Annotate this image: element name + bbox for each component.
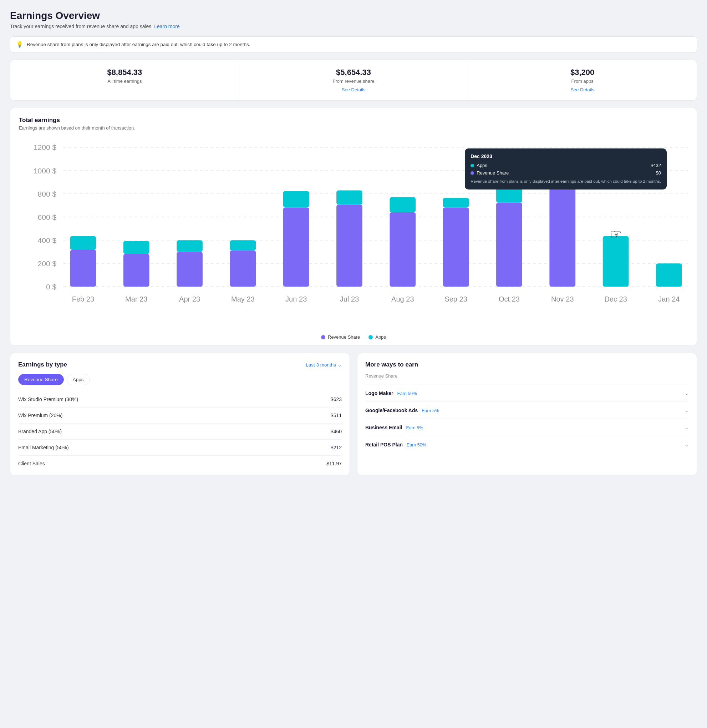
earnings-row: Client Sales $11.97 <box>18 456 342 471</box>
bar-mar-revenue <box>123 254 150 287</box>
svg-text:Feb 23: Feb 23 <box>72 295 95 303</box>
svg-text:200 $: 200 $ <box>38 259 57 268</box>
summary-card: $8,854.33 All time earnings $5,654.33 Fr… <box>10 59 697 101</box>
chevron-down-icon: ⌄ <box>684 390 689 396</box>
revenue-share-section-label: Revenue Share <box>365 373 689 383</box>
row-label: Email Marketing (50%) <box>18 445 69 451</box>
row-value: $460 <box>331 429 342 434</box>
bar-may-revenue <box>230 250 256 287</box>
bar-feb-revenue <box>70 250 96 287</box>
svg-text:Apr 23: Apr 23 <box>179 295 200 303</box>
tooltip-apps-value: $432 <box>651 163 661 168</box>
bar-apr-revenue <box>177 252 203 287</box>
earnings-row: Wix Premium (20%) $511 <box>18 407 342 423</box>
alert-icon: 💡 <box>16 41 23 48</box>
bar-may-apps <box>230 240 256 250</box>
tab-row: Revenue Share Apps <box>18 374 342 385</box>
logo-maker-label: Logo Maker Earn 50% <box>365 390 417 396</box>
bar-aug-revenue <box>390 212 416 287</box>
chart-tooltip: Dec 2023 Apps $432 Revenue Share $0 Reve… <box>465 149 667 189</box>
svg-text:Jan 24: Jan 24 <box>658 295 680 303</box>
svg-text:May 23: May 23 <box>231 295 255 303</box>
bar-aug-apps <box>390 197 416 212</box>
apps-details-link[interactable]: See Details <box>570 87 594 92</box>
alert-banner: 💡 Revenue share from plans is only displ… <box>10 36 697 52</box>
bar-oct-revenue <box>496 203 522 287</box>
row-value: $623 <box>331 396 342 402</box>
bar-sep-revenue <box>443 207 469 287</box>
more-ways-logo-maker[interactable]: Logo Maker Earn 50% ⌄ <box>365 385 689 402</box>
page-subtitle: Track your earnings received from revenu… <box>10 23 697 29</box>
earnings-row: Wix Studio Premium (30%) $623 <box>18 391 342 407</box>
retail-pos-label: Retail POS Plan Earn 50% <box>365 442 426 448</box>
filter-dropdown[interactable]: Last 3 months ⌄ <box>306 362 342 368</box>
tooltip-apps-row: Apps $432 <box>470 163 661 168</box>
chevron-down-icon: ⌄ <box>338 362 342 368</box>
bar-feb-apps <box>70 236 96 250</box>
chart-area[interactable]: 1200 $ 1000 $ 800 $ 600 $ 400 $ 200 $ 0 … <box>19 138 688 340</box>
earnings-row: Email Marketing (50%) $212 <box>18 440 342 456</box>
legend-apps-dot <box>368 335 373 339</box>
earnings-by-type-card: Earnings by type Last 3 months ⌄ Revenue… <box>10 353 350 475</box>
svg-text:Jun 23: Jun 23 <box>286 295 307 303</box>
tab-apps[interactable]: Apps <box>67 374 90 385</box>
row-value: $212 <box>331 445 342 451</box>
revenue-share-label: From revenue share <box>247 78 461 84</box>
apps-label: From apps <box>475 78 690 84</box>
bar-jun-revenue <box>283 207 309 287</box>
filter-label: Last 3 months <box>306 362 336 368</box>
more-ways-business-email[interactable]: Business Email Earn 5% ⌄ <box>365 419 689 436</box>
bar-jul-revenue <box>336 205 362 287</box>
bar-dec-apps <box>603 236 629 287</box>
row-value: $11.97 <box>326 461 342 467</box>
row-value: $511 <box>331 413 342 418</box>
retail-pos-earn: Earn 50% <box>407 442 426 448</box>
summary-revenue-share: $5,654.33 From revenue share See Details <box>240 60 468 100</box>
svg-text:600 $: 600 $ <box>38 213 57 221</box>
bar-apr-apps <box>177 240 203 252</box>
legend-apps: Apps <box>368 334 386 340</box>
svg-text:Oct 23: Oct 23 <box>499 295 520 303</box>
tooltip-date: Dec 2023 <box>470 153 661 159</box>
svg-text:☞: ☞ <box>610 226 622 241</box>
svg-text:Mar 23: Mar 23 <box>125 295 148 303</box>
tooltip-apps-label: Apps <box>476 163 487 168</box>
svg-text:1000 $: 1000 $ <box>33 167 57 175</box>
tooltip-note: Revenue share from plans is only display… <box>470 178 661 185</box>
bar-jul-apps <box>336 190 362 205</box>
summary-apps: $3,200 From apps See Details <box>468 60 697 100</box>
learn-more-link[interactable]: Learn more <box>154 23 180 29</box>
bar-nov-revenue <box>549 188 576 287</box>
tooltip-revenue-label: Revenue Share <box>476 170 509 176</box>
business-email-label: Business Email Earn 5% <box>365 425 423 430</box>
tooltip-revenue-row: Revenue Share $0 <box>470 170 661 176</box>
all-time-label: All time earnings <box>17 78 232 84</box>
bar-jan-apps <box>656 263 682 287</box>
tab-revenue-share[interactable]: Revenue Share <box>18 374 64 385</box>
svg-text:0 $: 0 $ <box>46 283 57 291</box>
chevron-down-icon: ⌄ <box>684 441 689 448</box>
google-ads-earn: Earn 5% <box>421 408 439 413</box>
svg-text:800 $: 800 $ <box>38 190 57 198</box>
more-ways-google-ads[interactable]: Google/Facebook Ads Earn 5% ⌄ <box>365 402 689 419</box>
more-ways-retail-pos[interactable]: Retail POS Plan Earn 50% ⌄ <box>365 436 689 453</box>
row-label: Wix Studio Premium (30%) <box>18 396 78 402</box>
bar-sep-apps <box>443 198 469 207</box>
svg-text:Dec 23: Dec 23 <box>604 295 627 303</box>
apps-value: $3,200 <box>475 68 690 77</box>
svg-text:400 $: 400 $ <box>38 236 57 244</box>
row-label: Wix Premium (20%) <box>18 413 62 418</box>
chart-card: Total earnings Earnings are shown based … <box>10 108 697 346</box>
svg-text:Nov 23: Nov 23 <box>551 295 574 303</box>
alert-text: Revenue share from plans is only display… <box>27 42 250 47</box>
all-time-value: $8,854.33 <box>17 68 232 77</box>
business-email-earn: Earn 5% <box>406 425 423 430</box>
earnings-rows: Wix Studio Premium (30%) $623 Wix Premiu… <box>18 391 342 471</box>
svg-text:Jul 23: Jul 23 <box>340 295 359 303</box>
revenue-share-value: $5,654.33 <box>247 68 461 77</box>
svg-text:Aug 23: Aug 23 <box>391 295 414 303</box>
revenue-share-details-link[interactable]: See Details <box>342 87 365 92</box>
tooltip-revenue-value: $0 <box>656 170 661 176</box>
bar-mar-apps <box>123 241 150 254</box>
google-ads-label: Google/Facebook Ads Earn 5% <box>365 407 439 413</box>
